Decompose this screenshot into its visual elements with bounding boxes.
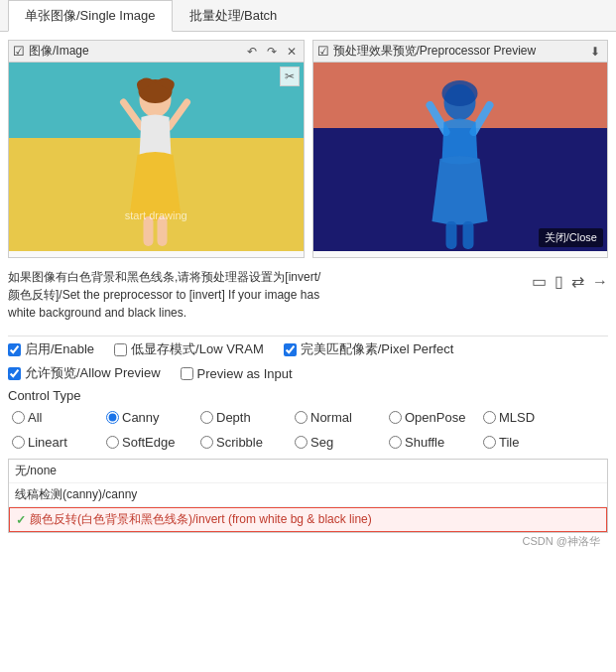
- left-panel-header: ☑ 图像/Image ↶ ↷ ✕: [9, 41, 304, 63]
- allowpreview-checkbox-item[interactable]: 允许预览/Allow Preview: [8, 364, 161, 382]
- checkbox-row-2: 允许预览/Allow Preview Preview as Input: [8, 364, 608, 382]
- pixelperfect-checkbox-item[interactable]: 完美匹配像素/Pixel Perfect: [284, 340, 454, 358]
- right-image-panel: ☑ 预处理效果预览/Preprocessor Preview ⬇: [312, 40, 609, 258]
- radio-openpose[interactable]: OpenPose: [385, 407, 479, 428]
- right-image-bg: [313, 63, 608, 251]
- girl-figure-svg: [114, 77, 198, 251]
- radio-scribble-input[interactable]: [200, 436, 213, 449]
- previewasinput-label: Preview as Input: [197, 366, 293, 381]
- preprocessor-figure-svg: [418, 77, 502, 251]
- page-footer: CSDN @神洛华: [8, 533, 608, 553]
- right-panel-header: ☑ 预处理效果预览/Preprocessor Preview ⬇: [313, 41, 608, 63]
- radio-shuffle-input[interactable]: [389, 436, 402, 449]
- radio-mlsd-input[interactable]: [483, 411, 496, 424]
- left-image-area[interactable]: start drawing ✂: [9, 63, 304, 251]
- dropdown-canny[interactable]: 线稿检测(canny)/canny: [9, 483, 607, 507]
- right-image-area[interactable]: 关闭/Close: [313, 63, 608, 251]
- enable-label: 启用/Enable: [25, 340, 94, 358]
- dropdown-invert[interactable]: ✓ 颜色反转(白色背景和黑色线条)/invert (from white bg …: [9, 507, 607, 532]
- allowpreview-checkbox[interactable]: [8, 367, 21, 380]
- radio-normal[interactable]: Normal: [291, 407, 385, 428]
- radio-depth[interactable]: Depth: [196, 407, 291, 428]
- left-panel-title-text: 图像/Image: [29, 43, 89, 60]
- tab-single-image[interactable]: 单张图像/Single Image: [8, 0, 173, 32]
- radio-canny-label: Canny: [122, 410, 160, 425]
- radio-all-input[interactable]: [12, 411, 25, 424]
- radio-normal-input[interactable]: [295, 411, 308, 424]
- radio-openpose-input[interactable]: [389, 411, 402, 424]
- right-panel-title: ☑ 预处理效果预览/Preprocessor Preview: [317, 43, 537, 60]
- svg-line-3: [170, 102, 187, 127]
- radio-all[interactable]: All: [8, 407, 102, 428]
- radio-tile-input[interactable]: [483, 436, 496, 449]
- enable-checkbox-item[interactable]: 启用/Enable: [8, 340, 94, 358]
- left-image-panel: ☑ 图像/Image ↶ ↷ ✕: [8, 40, 305, 258]
- right-panel-title-text: 预处理效果预览/Preprocessor Preview: [333, 43, 537, 60]
- dropdown-none[interactable]: 无/none: [9, 460, 607, 483]
- allowpreview-label: 允许预览/Allow Preview: [25, 364, 161, 382]
- radio-seg[interactable]: Seg: [291, 432, 385, 453]
- right-panel-icons: ⬇: [587, 44, 603, 60]
- arrow-icon-btn[interactable]: →: [592, 273, 608, 291]
- radio-mlsd[interactable]: MLSD: [479, 407, 573, 428]
- radio-grid: All Canny Depth Normal OpenPose MLSD Lin…: [8, 407, 608, 453]
- divider1: [8, 336, 608, 336]
- previewasinput-checkbox-item[interactable]: Preview as Input: [181, 366, 293, 381]
- radio-lineart-label: Lineart: [28, 435, 67, 450]
- right-panel-checkbox-icon[interactable]: ☑: [317, 44, 329, 59]
- control-type-label: Control Type: [8, 388, 608, 403]
- main-content: ☑ 图像/Image ↶ ↷ ✕: [0, 32, 616, 561]
- scissors-button[interactable]: ✂: [280, 67, 300, 86]
- radio-softedge[interactable]: SoftEdge: [102, 432, 196, 453]
- info-row: 如果图像有白色背景和黑色线条,请将预处理器设置为[invert/颜色反转]/Se…: [8, 268, 608, 330]
- radio-canny[interactable]: Canny: [102, 407, 196, 428]
- checkbox-row-1: 启用/Enable 低显存模式/Low VRAM 完美匹配像素/Pixel Pe…: [8, 340, 608, 358]
- radio-seg-input[interactable]: [295, 436, 308, 449]
- svg-line-8: [430, 105, 445, 132]
- landscape-icon-btn[interactable]: ▯: [554, 272, 563, 291]
- svg-line-9: [473, 105, 489, 132]
- radio-seg-label: Seg: [310, 435, 333, 450]
- close-left-button[interactable]: ✕: [284, 44, 300, 60]
- svg-rect-10: [445, 221, 456, 249]
- images-row: ☑ 图像/Image ↶ ↷ ✕: [8, 40, 608, 258]
- radio-tile[interactable]: Tile: [479, 432, 573, 453]
- previewasinput-checkbox[interactable]: [181, 367, 193, 380]
- radio-all-label: All: [28, 410, 42, 425]
- dropdown-invert-label: 颜色反转(白色背景和黑色线条)/invert (from white bg & …: [30, 511, 372, 528]
- radio-canny-input[interactable]: [106, 411, 119, 424]
- radio-mlsd-label: MLSD: [499, 410, 535, 425]
- info-text: 如果图像有白色背景和黑色线条,请将预处理器设置为[invert/颜色反转]/Se…: [8, 268, 325, 322]
- pixelperfect-label: 完美匹配像素/Pixel Perfect: [301, 340, 454, 358]
- radio-lineart-input[interactable]: [12, 436, 25, 449]
- radio-shuffle-label: Shuffle: [405, 435, 444, 450]
- svg-line-2: [124, 102, 142, 127]
- radio-openpose-label: OpenPose: [405, 410, 465, 425]
- radio-softedge-label: SoftEdge: [122, 435, 176, 450]
- radio-scribble[interactable]: Scribble: [196, 432, 291, 453]
- redo-button[interactable]: ↷: [264, 44, 280, 60]
- portrait-icon-btn[interactable]: ▭: [532, 272, 547, 291]
- undo-button[interactable]: ↶: [244, 44, 260, 60]
- left-panel-checkbox-icon[interactable]: ☑: [13, 44, 25, 59]
- start-drawing-text: start drawing: [125, 209, 187, 221]
- tab-batch[interactable]: 批量处理/Batch: [173, 0, 295, 31]
- svg-point-7: [441, 80, 477, 106]
- pixelperfect-checkbox[interactable]: [284, 343, 297, 356]
- enable-checkbox[interactable]: [8, 343, 21, 356]
- tab-bar: 单张图像/Single Image 批量处理/Batch: [0, 0, 616, 32]
- radio-shuffle[interactable]: Shuffle: [385, 432, 479, 453]
- radio-normal-label: Normal: [310, 410, 352, 425]
- lowvram-checkbox-item[interactable]: 低显存模式/Low VRAM: [114, 340, 264, 358]
- radio-tile-label: Tile: [499, 435, 519, 450]
- radio-depth-input[interactable]: [200, 411, 213, 424]
- radio-softedge-input[interactable]: [106, 436, 119, 449]
- lowvram-checkbox[interactable]: [114, 343, 127, 356]
- left-panel-title: ☑ 图像/Image: [13, 43, 89, 60]
- flip-icon-btn[interactable]: ⇄: [571, 272, 584, 291]
- close-preview-button[interactable]: 关闭/Close: [539, 228, 603, 247]
- download-button[interactable]: ⬇: [587, 44, 603, 60]
- radio-lineart[interactable]: Lineart: [8, 432, 102, 453]
- left-panel-icons: ↶ ↷ ✕: [244, 44, 300, 60]
- watermark-text: CSDN @神洛华: [523, 534, 600, 549]
